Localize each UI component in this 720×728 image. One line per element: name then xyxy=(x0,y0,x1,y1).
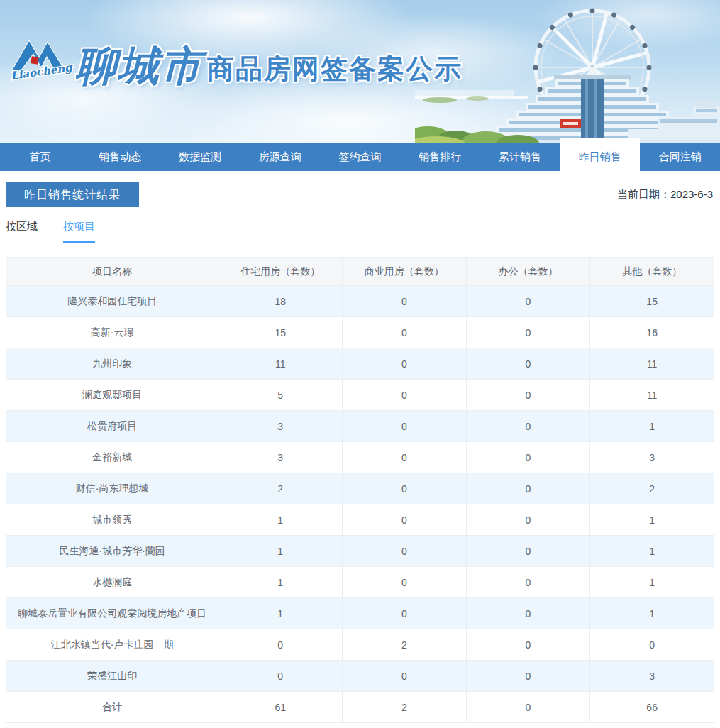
cell-commercial: 0 xyxy=(343,380,467,411)
col-header-office: 办公（套数） xyxy=(466,258,590,286)
cell-office: 0 xyxy=(466,380,590,411)
cell-project-name: 合计 xyxy=(6,692,218,723)
cell-commercial: 0 xyxy=(343,536,467,567)
table-row: 江北水镇当代·卢卡庄园一期 0 2 0 0 xyxy=(6,629,714,661)
cell-residential: 5 xyxy=(218,380,343,411)
cell-commercial: 2 xyxy=(343,629,467,661)
cell-project-name: 松贵府项目 xyxy=(6,411,218,442)
cell-office: 0 xyxy=(466,567,590,598)
cell-other: 11 xyxy=(590,380,714,411)
view-tabs: 按区域 按项目 xyxy=(6,220,714,243)
date-label: 当前日期： xyxy=(617,188,670,200)
nav-item-contract-cancellation[interactable]: 合同注销 xyxy=(640,143,720,171)
cell-office: 0 xyxy=(466,286,590,317)
table-header-row: 项目名称 住宅用房（套数） 商业用房（套数） 办公（套数） 其他（套数） xyxy=(6,258,714,286)
cell-other: 1 xyxy=(590,536,714,567)
cell-residential: 1 xyxy=(218,536,343,567)
site-title: 商品房网签备案公示 xyxy=(207,55,463,82)
table-row: 荣盛江山印 0 0 0 3 xyxy=(6,661,714,692)
table-row: 九州印象 11 0 0 11 xyxy=(6,348,714,380)
cell-residential: 1 xyxy=(218,598,343,629)
cell-residential: 3 xyxy=(218,411,343,442)
cell-office: 0 xyxy=(466,442,590,473)
cell-office: 0 xyxy=(466,473,590,504)
cell-other: 1 xyxy=(590,567,714,598)
col-header-commercial: 商业用房（套数） xyxy=(343,258,467,286)
cell-commercial: 0 xyxy=(343,317,467,348)
tab-by-project[interactable]: 按项目 xyxy=(63,220,95,243)
cell-office: 0 xyxy=(466,317,590,348)
cell-office: 0 xyxy=(466,411,590,442)
nav-item-listing-query[interactable]: 房源查询 xyxy=(240,143,320,171)
table-row: 财信·尚东理想城 2 0 0 2 xyxy=(6,473,714,504)
sales-table: 项目名称 住宅用房（套数） 商业用房（套数） 办公（套数） 其他（套数） 隆兴泰… xyxy=(6,257,714,723)
cell-commercial: 0 xyxy=(343,442,467,473)
table-row: 民生海通·城市芳华·蘭园 1 0 0 1 xyxy=(6,536,714,567)
table-row: 合计 61 2 0 66 xyxy=(6,692,714,723)
table-row: 高新·云璟 15 0 0 16 xyxy=(6,317,714,348)
cell-other: 1 xyxy=(590,504,714,536)
cell-residential: 18 xyxy=(218,286,343,317)
cell-project-name: 荣盛江山印 xyxy=(6,661,218,692)
date-value: 2023-6-3 xyxy=(670,188,713,200)
main-content: 昨日销售统计结果 当前日期：2023-6-3 按区域 按项目 项目名称 住宅用房… xyxy=(0,182,720,723)
cell-other: 11 xyxy=(590,348,714,380)
table-row: 松贵府项目 3 0 0 1 xyxy=(6,411,714,442)
cell-residential: 11 xyxy=(218,348,343,380)
nav-item-data-monitor[interactable]: 数据监测 xyxy=(160,143,240,171)
cell-project-name: 澜庭观邸项目 xyxy=(6,380,218,411)
cell-office: 0 xyxy=(466,629,590,661)
nav-item-cumulative-sales[interactable]: 累计销售 xyxy=(480,143,560,171)
cell-project-name: 高新·云璟 xyxy=(6,317,218,348)
table-row: 金裕新城 3 0 0 3 xyxy=(6,442,714,473)
cell-other: 2 xyxy=(590,473,714,504)
table-row: 澜庭观邸项目 5 0 0 11 xyxy=(6,380,714,411)
section-title-badge: 昨日销售统计结果 xyxy=(6,182,139,207)
cell-residential: 15 xyxy=(218,317,343,348)
nav-item-contract-query[interactable]: 签约查询 xyxy=(320,143,400,171)
cell-residential: 2 xyxy=(218,473,343,504)
cell-residential: 1 xyxy=(218,504,343,536)
cell-other: 3 xyxy=(590,661,714,692)
cell-other: 16 xyxy=(590,317,714,348)
cell-project-name: 聊城泰岳置业有限公司观棠阅境房地产项目 xyxy=(6,598,218,629)
cell-residential: 1 xyxy=(218,567,343,598)
cell-office: 0 xyxy=(466,692,590,723)
table-row: 城市领秀 1 0 0 1 xyxy=(6,504,714,536)
nav-item-sales-dynamics[interactable]: 销售动态 xyxy=(80,143,160,171)
cell-residential: 0 xyxy=(218,661,343,692)
cell-residential: 0 xyxy=(218,629,343,661)
brand: Liaocheng 聊城市 商品房网签备案公示 xyxy=(10,33,463,84)
cell-other: 15 xyxy=(590,286,714,317)
table-row: 水樾澜庭 1 0 0 1 xyxy=(6,567,714,598)
cell-commercial: 0 xyxy=(343,473,467,504)
current-date: 当前日期：2023-6-3 xyxy=(617,188,714,202)
nav-item-sales-ranking[interactable]: 销售排行 xyxy=(400,143,480,171)
cell-commercial: 0 xyxy=(343,661,467,692)
cell-office: 0 xyxy=(466,536,590,567)
cell-commercial: 2 xyxy=(343,692,467,723)
cell-other: 66 xyxy=(590,692,714,723)
tab-by-region[interactable]: 按区域 xyxy=(6,220,38,243)
city-name-script: 聊城市 xyxy=(75,45,203,87)
cell-other: 1 xyxy=(590,598,714,629)
cell-residential: 3 xyxy=(218,442,343,473)
nav-item-home[interactable]: 首页 xyxy=(0,143,80,171)
cell-office: 0 xyxy=(466,348,590,380)
nav-item-yesterday-sales[interactable]: 昨日销售 xyxy=(560,138,640,171)
cell-office: 0 xyxy=(466,598,590,629)
cell-commercial: 0 xyxy=(343,348,467,380)
cell-project-name: 水樾澜庭 xyxy=(6,567,218,598)
cell-project-name: 民生海通·城市芳华·蘭园 xyxy=(6,536,218,567)
cell-project-name: 隆兴泰和园住宅项目 xyxy=(6,286,218,317)
cell-other: 1 xyxy=(590,411,714,442)
cell-project-name: 江北水镇当代·卢卡庄园一期 xyxy=(6,629,218,661)
table-row: 聊城泰岳置业有限公司观棠阅境房地产项目 1 0 0 1 xyxy=(6,598,714,629)
cell-project-name: 财信·尚东理想城 xyxy=(6,473,218,504)
cell-commercial: 0 xyxy=(343,286,467,317)
cell-office: 0 xyxy=(466,661,590,692)
cell-commercial: 0 xyxy=(343,411,467,442)
col-header-residential: 住宅用房（套数） xyxy=(218,258,343,286)
cell-project-name: 城市领秀 xyxy=(6,504,218,536)
cell-office: 0 xyxy=(466,504,590,536)
